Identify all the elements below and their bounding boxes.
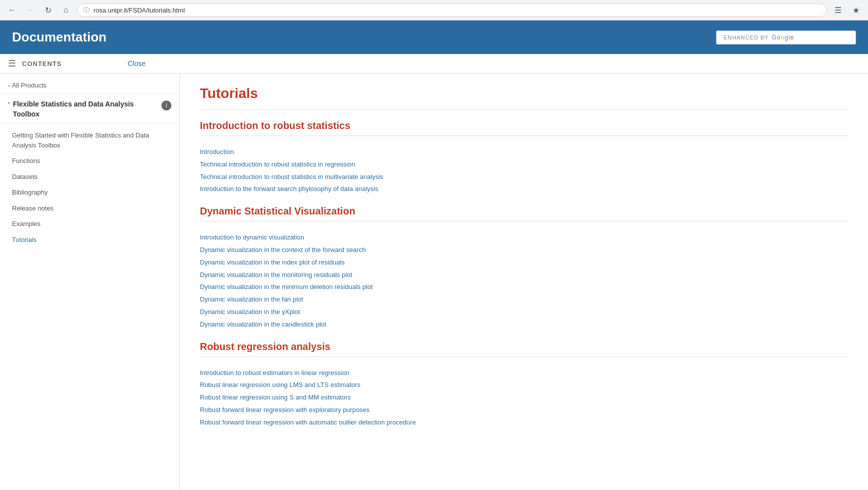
close-button[interactable]: Close xyxy=(128,60,146,68)
link-dynamic-viz-monitoring[interactable]: Dynamic visualization in the monitoring … xyxy=(200,269,848,282)
bookmark-sidebar-icon[interactable]: ☰ xyxy=(831,3,845,17)
section-divider-2 xyxy=(200,356,848,357)
link-dynamic-viz-yxplot[interactable]: Dynamic visualization in the yXplot xyxy=(200,306,848,318)
info-icon[interactable]: i xyxy=(161,100,171,110)
back-button[interactable]: ← xyxy=(5,3,19,17)
reload-button[interactable]: ↻ xyxy=(41,3,55,17)
link-intro-robust[interactable]: Introduction xyxy=(200,146,848,158)
section-links-2: Introduction to robust estimators in lin… xyxy=(200,367,848,429)
section-links-0: Introduction Technical introduction to r… xyxy=(200,146,848,196)
section-heading-2: Robust regression analysis xyxy=(200,341,848,352)
link-dynamic-viz-fan[interactable]: Dynamic visualization in the fan plot xyxy=(200,294,848,306)
sidebar-item-tutorials[interactable]: Tutorials xyxy=(0,232,179,248)
enhanced-by-label: ENHANCED BY xyxy=(724,34,769,40)
sidebar-item-bibliography[interactable]: Bibliography xyxy=(0,184,179,200)
sidebar-item-release-notes[interactable]: Release notes xyxy=(0,200,179,216)
section-divider-0 xyxy=(200,136,848,136)
browser-toolbar-right: ☰ ★ xyxy=(831,3,863,17)
sidebar-all-products[interactable]: ‹ All Products xyxy=(0,78,179,94)
sidebar: ‹ All Products ‹ Flexible Statistics and… xyxy=(0,74,180,490)
page-title: Tutorials xyxy=(200,86,848,102)
link-dynamic-viz-intro[interactable]: Introduction to dynamic visualization xyxy=(200,232,848,244)
doc-title: Documentation xyxy=(12,30,106,45)
main-content: Tutorials Introduction to robust statist… xyxy=(180,74,868,490)
layout: ‹ All Products ‹ Flexible Statistics and… xyxy=(0,74,868,490)
section-divider-1 xyxy=(200,221,848,222)
product-name: Flexible Statistics and Data Analysis To… xyxy=(13,100,158,119)
link-dynamic-viz-candlestick[interactable]: Dynamic visualization in the candlestick… xyxy=(200,318,848,331)
browser-chrome: ← → ↻ ⌂ ⓘ ☰ ★ xyxy=(0,0,868,20)
url-input[interactable] xyxy=(93,6,821,14)
google-search-box[interactable]: ENHANCED BY Google xyxy=(716,30,856,44)
google-brand: Google xyxy=(772,34,794,41)
link-robust-forward-exploratory[interactable]: Robust forward linear regression with ex… xyxy=(200,404,848,416)
contents-bar: ☰ CONTENTS Close xyxy=(0,54,868,74)
sidebar-item-functions[interactable]: Functions xyxy=(0,153,179,169)
browser-toolbar: ← → ↻ ⌂ ⓘ ☰ ★ xyxy=(0,0,868,20)
title-divider xyxy=(200,110,848,110)
forward-button[interactable]: → xyxy=(23,3,37,17)
sidebar-nav: Getting Started with Flexible Statistics… xyxy=(0,124,179,252)
sidebar-item-getting-started[interactable]: Getting Started with Flexible Statistics… xyxy=(0,128,179,153)
link-robust-lms-lts[interactable]: Robust linear regression using LMS and L… xyxy=(200,379,848,392)
link-robust-estimators-linear[interactable]: Introduction to robust estimators in lin… xyxy=(200,367,848,380)
doc-header: Documentation ENHANCED BY Google xyxy=(0,20,868,54)
sidebar-item-datasets[interactable]: Datasets xyxy=(0,169,179,185)
link-tech-intro-multivariate[interactable]: Technical introduction to robust statist… xyxy=(200,171,848,184)
link-dynamic-viz-forward[interactable]: Dynamic visualization in the context of … xyxy=(200,244,848,256)
link-robust-s-mm[interactable]: Robust linear regression using S and MM … xyxy=(200,392,848,404)
link-dynamic-viz-index[interactable]: Dynamic visualization in the index plot … xyxy=(200,256,848,269)
link-robust-forward-automatic[interactable]: Robust forward linear regression with au… xyxy=(200,416,848,429)
all-products-label: All Products xyxy=(12,82,46,89)
address-bar: ⓘ xyxy=(77,4,827,17)
chevron-left-icon: ‹ xyxy=(8,82,10,88)
sidebar-product: ‹ Flexible Statistics and Data Analysis … xyxy=(0,94,179,124)
product-chevron-icon: ‹ xyxy=(8,100,10,106)
link-tech-intro-regression[interactable]: Technical introduction to robust statist… xyxy=(200,158,848,171)
star-icon[interactable]: ★ xyxy=(849,3,863,17)
link-dynamic-viz-min-deletion[interactable]: Dynamic visualization in the minimum del… xyxy=(200,281,848,294)
contents-label: CONTENTS xyxy=(22,60,62,68)
link-forward-search-phylo[interactable]: Introduction to the forward search phylo… xyxy=(200,183,848,196)
section-heading-1: Dynamic Statistical Visualization xyxy=(200,206,848,217)
hamburger-icon[interactable]: ☰ xyxy=(8,58,16,69)
section-links-1: Introduction to dynamic visualization Dy… xyxy=(200,232,848,330)
lock-icon: ⓘ xyxy=(83,6,89,14)
sidebar-item-examples[interactable]: Examples xyxy=(0,216,179,232)
home-button[interactable]: ⌂ xyxy=(59,3,73,17)
section-heading-0: Introduction to robust statistics xyxy=(200,120,848,132)
